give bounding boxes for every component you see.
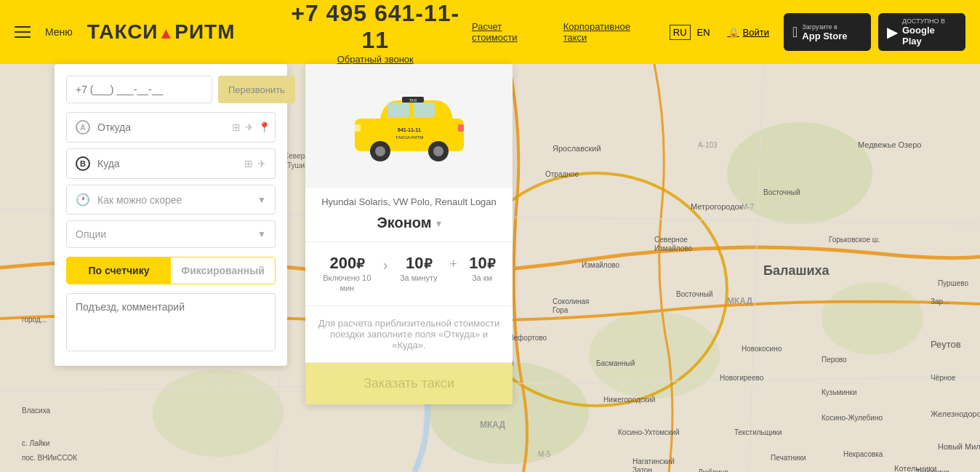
googleplay-icon: ▶ bbox=[887, 23, 898, 41]
logo: ТАКСИ▲РИТМ bbox=[87, 20, 236, 44]
tab-meter-button[interactable]: По счетчику bbox=[67, 257, 171, 284]
svg-text:Косино-Жулебино: Косино-Жулебино bbox=[822, 414, 883, 422]
svg-text:Печатники: Печатники bbox=[771, 454, 806, 462]
lang-en-button[interactable]: EN bbox=[694, 25, 713, 39]
svg-text:Новокосино: Новокосино bbox=[742, 345, 782, 353]
phone-block: +7 495 641-11-11 Обратный звонок bbox=[279, 0, 472, 65]
appstore-small: Загрузите в bbox=[802, 23, 847, 31]
lang-ru-button[interactable]: RU bbox=[670, 25, 691, 40]
car-svg: TAXI 641-11-11 ТАКСИ-РИТМ bbox=[340, 89, 478, 162]
svg-text:ТАКСИ-РИТМ: ТАКСИ-РИТМ bbox=[395, 135, 423, 140]
svg-text:Восточный: Восточный bbox=[676, 290, 713, 298]
car-class-label: Эконом bbox=[377, 215, 431, 231]
svg-text:Восточный: Восточный bbox=[763, 188, 800, 196]
home-icon: ⊞ bbox=[232, 121, 241, 133]
svg-text:Некрасовка: Некрасовка bbox=[843, 450, 883, 458]
svg-text:Железнодорожный: Железнодорожный bbox=[931, 409, 980, 418]
svg-text:Нагатинский: Нагатинский bbox=[632, 457, 675, 465]
lang-switch: RU EN bbox=[670, 25, 713, 40]
clock-icon: 🕐 bbox=[76, 193, 90, 207]
svg-text:Нижегородский: Нижегородский bbox=[603, 396, 655, 404]
svg-rect-78 bbox=[458, 124, 464, 132]
car-models: Hyundai Solaris, VW Polo, Renault Logan bbox=[305, 188, 513, 212]
options-row[interactable]: Опции ▼ bbox=[66, 220, 276, 248]
svg-text:Отрадное: Отрадное bbox=[545, 170, 579, 178]
price-separator-icon: › bbox=[383, 257, 388, 273]
svg-point-72 bbox=[433, 146, 443, 156]
svg-point-5 bbox=[822, 282, 923, 355]
svg-text:Горьковское ш.: Горьковское ш. bbox=[829, 236, 880, 244]
app-buttons:  Загрузите в App Store ▶ ДОСТУПНО В Goo… bbox=[784, 13, 965, 51]
menu-button[interactable] bbox=[15, 26, 31, 38]
price-base-block: 200₽ Включено 10мин bbox=[323, 254, 371, 294]
callback-button[interactable]: Перезвонить bbox=[218, 76, 295, 103]
price-base-label: Включено 10мин bbox=[323, 273, 371, 294]
plane-icon: ✈ bbox=[245, 121, 254, 133]
svg-text:М-7: М-7 bbox=[742, 203, 755, 211]
calc-note: Для расчета приблизительной стоимости по… bbox=[305, 306, 513, 363]
googleplay-small: ДОСТУПНО В bbox=[902, 17, 957, 25]
nav-links: Расчет стоимости Корпоративное такси bbox=[472, 21, 655, 43]
svg-text:Ярославский: Ярославский bbox=[553, 144, 601, 153]
svg-text:Лефортово: Лефортово bbox=[509, 334, 547, 342]
svg-text:Басманный: Басманный bbox=[596, 359, 635, 367]
appstore-big: App Store bbox=[802, 31, 847, 41]
to-input[interactable] bbox=[97, 158, 237, 169]
to-field[interactable]: B ⊞ ✈ bbox=[66, 148, 276, 179]
googleplay-button[interactable]: ▶ ДОСТУПНО В Google Play bbox=[878, 13, 965, 51]
svg-text:Новый Милет: Новый Милет bbox=[938, 442, 980, 451]
price-row: 200₽ Включено 10мин › 10₽ За минуту + 10… bbox=[305, 242, 513, 306]
svg-text:МКАД: МКАД bbox=[727, 296, 752, 306]
price-base: 200₽ bbox=[323, 254, 371, 273]
pin-icon: 📍 bbox=[258, 121, 270, 133]
price-plus-icon: + bbox=[449, 257, 457, 272]
svg-text:Соколиная: Соколиная bbox=[553, 297, 590, 305]
price-per-min-label: За минуту bbox=[400, 273, 438, 283]
svg-point-7 bbox=[153, 369, 284, 457]
phone-input[interactable] bbox=[66, 76, 212, 103]
googleplay-big: Google Play bbox=[902, 25, 957, 47]
svg-point-70 bbox=[375, 146, 385, 156]
time-label: Как можно скорее bbox=[97, 194, 250, 206]
order-taxi-button[interactable]: Заказать такси bbox=[305, 363, 513, 404]
login-button[interactable]: 🔒 Войти bbox=[728, 27, 769, 38]
callback-link[interactable]: Обратный звонок bbox=[279, 54, 472, 65]
from-field[interactable]: A ⊞ ✈ 📍 bbox=[66, 112, 276, 143]
svg-text:Гора: Гора bbox=[553, 306, 569, 314]
time-row[interactable]: 🕐 Как можно скорее ▼ bbox=[66, 185, 276, 215]
svg-text:641-11-11: 641-11-11 bbox=[398, 127, 421, 132]
svg-text:М-5: М-5 bbox=[538, 450, 551, 458]
svg-text:Затон: Затон bbox=[632, 466, 652, 472]
from-input[interactable] bbox=[97, 121, 225, 133]
menu-label: Меню bbox=[45, 26, 73, 38]
svg-text:Северное: Северное bbox=[654, 236, 688, 244]
corporate-link[interactable]: Корпоративное такси bbox=[563, 21, 655, 43]
to-icons: ⊞ ✈ bbox=[244, 158, 266, 169]
login-label: Войти bbox=[743, 27, 769, 38]
car-class-row[interactable]: Эконом ▾ bbox=[305, 212, 513, 242]
svg-text:Зар...: Зар... bbox=[931, 297, 949, 305]
to-circle: B bbox=[76, 156, 90, 171]
header: Меню ТАКСИ▲РИТМ +7 495 641-11-11 Обратны… bbox=[0, 0, 980, 64]
car-image-area: TAXI 641-11-11 ТАКСИ-РИТМ bbox=[305, 64, 513, 188]
phone-number[interactable]: +7 495 641-11-11 bbox=[279, 0, 472, 54]
svg-text:город...: город... bbox=[22, 316, 47, 324]
svg-text:МКАД: МКАД bbox=[480, 420, 505, 430]
header-left: Меню ТАКСИ▲РИТМ +7 495 641-11-11 Обратны… bbox=[15, 0, 472, 65]
tab-fixed-button[interactable]: Фиксированный bbox=[171, 257, 275, 284]
car-panel: TAXI 641-11-11 ТАКСИ-РИТМ Hyundai Solari… bbox=[305, 64, 513, 404]
car-class-arrow-icon: ▾ bbox=[436, 217, 441, 229]
comment-area[interactable] bbox=[66, 293, 276, 351]
appstore-button[interactable]:  Загрузите в App Store bbox=[784, 13, 871, 51]
phone-input-row: Перезвонить bbox=[66, 76, 276, 103]
svg-text:с. Лайки: с. Лайки bbox=[22, 439, 49, 447]
svg-text:Текстильщики: Текстильщики bbox=[734, 428, 782, 436]
svg-rect-67 bbox=[387, 103, 409, 117]
price-per-km: 10₽ bbox=[469, 254, 494, 273]
home-icon-2: ⊞ bbox=[244, 158, 253, 169]
svg-text:Томилино: Томилино bbox=[916, 468, 949, 472]
cost-calc-link[interactable]: Расчет стоимости bbox=[472, 21, 549, 43]
svg-text:Реутов: Реутов bbox=[931, 339, 961, 350]
plane-icon-2: ✈ bbox=[257, 158, 266, 169]
svg-text:Люблино: Люблино bbox=[698, 468, 728, 472]
